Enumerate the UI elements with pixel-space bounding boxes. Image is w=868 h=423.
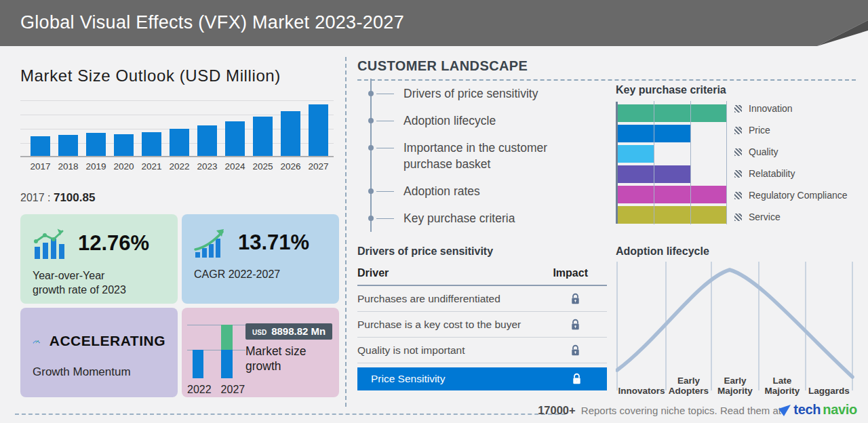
lock-icon (571, 373, 583, 385)
price-sensitivity-block: Drivers of price sensitivity Driver Impa… (357, 245, 607, 390)
year-tick-label: 2026 (281, 161, 300, 174)
market-size-section: Market Size Outlook (USD Million) 201720… (20, 54, 336, 397)
customer-landscape-list: Drivers of price sensitivityAdoption lif… (368, 85, 599, 237)
driver-row: Quality is not important (357, 338, 607, 363)
year-tick-label: 2027 (309, 161, 328, 174)
callout-value: 7100.85 (54, 191, 95, 204)
landscape-item: Importance in the customer purchase bask… (368, 140, 599, 172)
lock-icon (570, 293, 581, 305)
page-title: Global Visual Effects (VFX) Market 2023-… (0, 0, 868, 45)
market-size-growth-card: 2022 2027 USD 8898.82 Mn Market size gro… (182, 308, 339, 397)
market-size-title: Market Size Outlook (USD Million) (20, 66, 336, 85)
landscape-item: Adoption rates (368, 183, 599, 199)
mini-chart-years: 2022 2027 (187, 384, 245, 396)
kpc-legend: InnovationPriceQualityRelatabilityRegula… (734, 103, 848, 233)
hatch-swatch-icon (734, 105, 742, 113)
customer-landscape-section: CUSTOMER LANDSCAPE Drivers of price sens… (357, 54, 856, 407)
driver-row: Purchases are undifferentiated (357, 286, 607, 312)
yoy-growth-card: 12.76% Year-over-Year growth rate of 202… (20, 214, 178, 304)
market-size-bar (197, 125, 217, 156)
footer-text: 17000+ Reports covering niche topics. Re… (538, 404, 781, 417)
year-tick-label: 2023 (197, 161, 217, 174)
lifecycle-title: Adoption lifecycle (616, 245, 856, 258)
kpc-bar-regulatory-compliance (618, 186, 726, 203)
growth-mini-chart (187, 325, 245, 378)
year-tick-label: 2020 (114, 161, 134, 174)
key-purchase-criteria-block: Key purchase criteria InnovationPriceQua… (616, 84, 856, 224)
header-bar: Global Visual Effects (VFX) Market 2023-… (0, 0, 868, 46)
market-size-bar (142, 132, 161, 156)
yoy-label: Year-over-Year growth rate of 2023 (33, 268, 165, 297)
market-size-bar (281, 111, 300, 156)
lifecycle-stage-label: EarlyAdopters (663, 376, 715, 396)
kpc-bar-quality (618, 145, 654, 163)
mini-bar-2027 (221, 325, 233, 378)
drivers-table-header: Driver Impact (357, 258, 607, 286)
growth-momentum-card: ACCELERATING Growth Momentum (20, 308, 178, 397)
growth-value-badge: USD 8898.82 Mn (245, 323, 332, 340)
kpc-gridline (654, 101, 654, 224)
market-size-bar (86, 133, 106, 156)
market-size-bar (253, 117, 273, 156)
adoption-lifecycle-block: Adoption lifecycle InnovatorsEarlyAdopte… (616, 245, 856, 397)
market-size-bar (309, 104, 328, 156)
year-tick-label: 2021 (142, 161, 161, 174)
market-size-plot (20, 100, 334, 157)
legend-item: Relatability (734, 168, 848, 179)
hatch-swatch-icon (734, 127, 742, 134)
lifecycle-stage-label: EarlyMajority (709, 376, 761, 396)
reference-line-top (187, 325, 245, 325)
market-size-bar (170, 129, 189, 156)
market-size-bar (114, 134, 134, 156)
cagr-card: 13.71% CAGR 2022-2027 (182, 214, 339, 304)
bar-trend-icon (33, 226, 69, 260)
lifecycle-stage-label: Innovators (616, 386, 667, 396)
year-tick-label: 2019 (86, 161, 106, 174)
market-size-bar (225, 121, 245, 156)
legend-item: Quality (734, 146, 848, 157)
lock-icon (570, 319, 581, 331)
hatch-swatch-icon (734, 192, 742, 199)
market-size-bar (31, 136, 50, 156)
momentum-value: ACCELERATING (50, 333, 165, 349)
lifecycle-chart: InnovatorsEarlyAdoptersEarlyMajorityLate… (616, 262, 856, 397)
cagr-label: CAGR 2022-2027 (194, 267, 327, 281)
year-tick-label: 2024 (225, 161, 245, 174)
technavio-logo: tech navio (778, 402, 857, 418)
driver-column-header: Driver (357, 267, 389, 279)
brand-navio: navio (823, 402, 857, 418)
speedometer-icon (33, 328, 41, 354)
kpc-gridline (726, 101, 727, 224)
cagr-value: 13.71% (238, 230, 309, 255)
lifecycle-stage-label: LateMajority (757, 376, 808, 396)
year-tick-label: 2022 (170, 161, 189, 174)
legend-item: Innovation (734, 103, 848, 114)
momentum-label: Growth Momentum (33, 365, 165, 380)
footer-divider (15, 414, 566, 415)
lifecycle-stage-label: Laggards (804, 386, 855, 396)
hatch-swatch-icon (734, 170, 742, 178)
stat-cards: 12.76% Year-over-Year growth rate of 202… (20, 214, 336, 397)
drivers-title: Drivers of price sensitivity (357, 245, 607, 258)
growth-card-label: Market size growth (245, 344, 327, 374)
kpc-bar-innovation (618, 104, 726, 122)
callout-separator: : (47, 192, 50, 203)
lock-icon (570, 344, 581, 357)
driver-row: Purchase is a key cost to the buyer (357, 312, 607, 338)
bell-curve (617, 270, 852, 377)
corner-fold-decoration (793, 0, 868, 46)
kpc-gridline (690, 101, 691, 224)
hatch-swatch-icon (734, 148, 742, 156)
mini-bar-2022 (193, 350, 203, 378)
kpc-bar-service (618, 206, 726, 224)
legend-item: Price (734, 125, 848, 136)
infographic-page: Global Visual Effects (VFX) Market 2023-… (0, 0, 868, 423)
section-divider (345, 57, 347, 407)
growth-arrow-icon (194, 226, 229, 259)
market-size-bar (58, 135, 78, 156)
technavio-arrow-icon (778, 403, 791, 417)
labeled-value-2017: 2017 : 7100.85 (20, 191, 336, 205)
yoy-value: 12.76% (78, 231, 149, 256)
callout-year: 2017 (20, 192, 45, 203)
hatch-swatch-icon (734, 214, 742, 221)
